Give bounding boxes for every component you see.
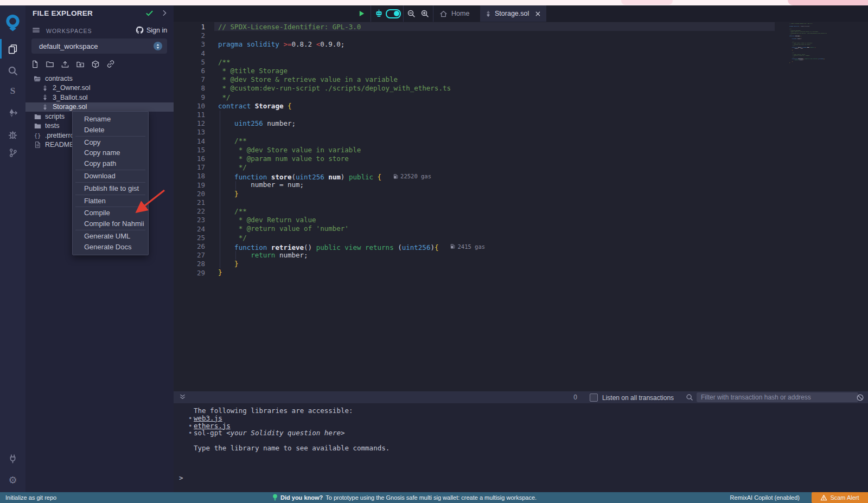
menu-item-copy-path[interactable]: Copy path: [73, 158, 148, 169]
chevron-right-icon[interactable]: [161, 9, 168, 17]
terminal-lines: The following libraries are accessible:•…: [174, 407, 390, 452]
plugin-manager-icon[interactable]: [0, 449, 25, 468]
tab-home[interactable]: Home: [434, 5, 475, 22]
listen-all-checkbox[interactable]: [590, 394, 598, 402]
deploy-run-icon[interactable]: [0, 103, 25, 122]
close-tab-icon[interactable]: [535, 11, 541, 17]
ipfs-box-icon[interactable]: [91, 60, 100, 68]
code-line[interactable]: * @dev Store value in variable: [218, 146, 485, 154]
code-line[interactable]: * @param num value to store: [218, 154, 485, 163]
menu-item-copy-name[interactable]: Copy name: [73, 147, 148, 158]
editor-minimap[interactable]: // SPDX-License-Identifier: GPL-3.0pragm…: [789, 23, 861, 72]
scam-alert-button[interactable]: Scam Alert: [812, 492, 868, 503]
code-line[interactable]: function store(uint256 num) public {2252…: [218, 172, 485, 180]
code-line[interactable]: uint256 number;: [218, 119, 485, 128]
code-line[interactable]: /**: [218, 207, 485, 216]
menu-item-generate-uml[interactable]: Generate UML: [73, 231, 148, 242]
listen-all-label[interactable]: Listen on all transactions: [602, 394, 674, 402]
file-explorer-icon[interactable]: [0, 39, 25, 59]
code-line[interactable]: pragma solidity >=0.8.2 <0.9.0;: [218, 40, 485, 49]
code-line[interactable]: contract Storage {: [218, 102, 485, 111]
terminal-expand-icon[interactable]: [179, 394, 186, 401]
tree-item[interactable]: 3_Ballot.sol: [25, 93, 174, 102]
upload-file-icon[interactable]: [61, 60, 69, 68]
check-icon[interactable]: [145, 9, 154, 17]
zoom-out-icon[interactable]: [404, 5, 418, 22]
code-line[interactable]: [218, 198, 485, 207]
init-git-repo-button[interactable]: Initialize as git repo: [5, 494, 56, 501]
code-line[interactable]: */: [218, 163, 485, 172]
code-line[interactable]: }: [218, 260, 485, 268]
code-line[interactable]: */: [218, 93, 485, 102]
code-line[interactable]: return number;: [218, 251, 485, 260]
code-line[interactable]: [218, 49, 485, 58]
code-line[interactable]: // SPDX-License-Identifier: GPL-3.0: [218, 23, 485, 31]
transaction-filter-input[interactable]: [697, 392, 858, 402]
terminal-line: The following libraries are accessible:: [174, 407, 390, 415]
menu-item-flatten[interactable]: Flatten: [73, 196, 148, 207]
code-line[interactable]: [218, 31, 485, 40]
code-line[interactable]: /**: [218, 137, 485, 145]
menu-item-compile[interactable]: Compile: [73, 208, 148, 218]
menu-separator: [75, 230, 145, 230]
tree-item[interactable]: Storage.sol: [25, 102, 174, 112]
ai-copilot-icon[interactable]: [372, 5, 385, 22]
line-number: 2: [174, 31, 205, 40]
clear-console-icon[interactable]: [856, 394, 864, 402]
terminal-link[interactable]: web3.js: [194, 415, 222, 422]
new-file-icon[interactable]: [30, 60, 39, 68]
code-line[interactable]: * @title Storage: [218, 67, 485, 75]
code-line[interactable]: }: [218, 190, 485, 198]
tree-item-label: 3_Ballot.sol: [53, 94, 88, 101]
terminal-link[interactable]: ethers.js: [194, 422, 231, 430]
search-icon[interactable]: [0, 61, 25, 80]
menu-item-rename[interactable]: Rename: [73, 114, 148, 125]
code-line[interactable]: [218, 128, 485, 137]
code-line[interactable]: * @dev Return value: [218, 216, 485, 224]
menu-item-download[interactable]: Download: [73, 171, 148, 182]
git-icon[interactable]: [0, 143, 25, 163]
code-line[interactable]: number = num;: [218, 180, 485, 189]
menu-item-copy[interactable]: Copy: [73, 137, 148, 148]
new-folder-icon[interactable]: [46, 60, 54, 68]
sign-in-button[interactable]: Sign in: [136, 26, 167, 34]
remix-logo-icon[interactable]: [0, 13, 25, 33]
code-line[interactable]: * @custom:dev-run-script ./scripts/deplo…: [218, 84, 485, 93]
line-number: 27: [174, 251, 205, 260]
workspace-select[interactable]: default_workspace: [31, 38, 167, 54]
tab-storage-sol[interactable]: Storage.sol: [480, 5, 546, 22]
solidity-compiler-icon[interactable]: S: [0, 81, 25, 101]
settings-icon[interactable]: ⚙: [0, 470, 25, 490]
gas-estimate-badge: 22520 gas: [393, 172, 431, 180]
indent-guide: [220, 111, 220, 268]
line-number: 21: [174, 198, 205, 207]
home-icon: [439, 10, 448, 18]
code-line[interactable]: * @dev Store & retrieve value in a varia…: [218, 75, 485, 84]
copilot-status[interactable]: RemixAI Copilot (enabled): [730, 494, 800, 501]
search-icon[interactable]: [686, 394, 693, 401]
workspace-updown-icon: [154, 42, 162, 50]
code-line[interactable]: function retrieve() public view returns …: [218, 242, 485, 251]
terminal-prompt: >: [179, 474, 183, 482]
code-line[interactable]: /**: [218, 58, 485, 67]
menu-item-generate-docs[interactable]: Generate Docs: [73, 242, 148, 253]
code-line[interactable]: * @return value of 'number': [218, 224, 485, 233]
tree-item[interactable]: contracts: [25, 74, 174, 83]
run-script-button[interactable]: [353, 5, 371, 22]
zoom-in-icon[interactable]: [418, 5, 432, 22]
link-icon[interactable]: [106, 60, 115, 68]
terminal-toolbar: 0 Listen on all transactions: [174, 391, 868, 403]
workspaces-menu-icon[interactable]: [32, 26, 40, 34]
terminal-output[interactable]: The following libraries are accessible:•…: [174, 403, 868, 492]
code-line[interactable]: [218, 111, 485, 119]
upload-folder-icon[interactable]: [76, 60, 85, 68]
tree-item[interactable]: 2_Owner.sol: [25, 83, 174, 93]
menu-item-compile-for-nahmii[interactable]: Compile for Nahmii: [73, 218, 148, 229]
debugger-icon[interactable]: [0, 125, 25, 144]
code-line[interactable]: */: [218, 234, 485, 242]
menu-item-publish-file-to-gist[interactable]: Publish file to gist: [73, 183, 148, 194]
menu-item-delete[interactable]: Delete: [73, 125, 148, 136]
ai-copilot-toggle[interactable]: [385, 5, 401, 22]
code-line[interactable]: }: [218, 268, 485, 277]
tree-item-label: contracts: [45, 75, 73, 82]
